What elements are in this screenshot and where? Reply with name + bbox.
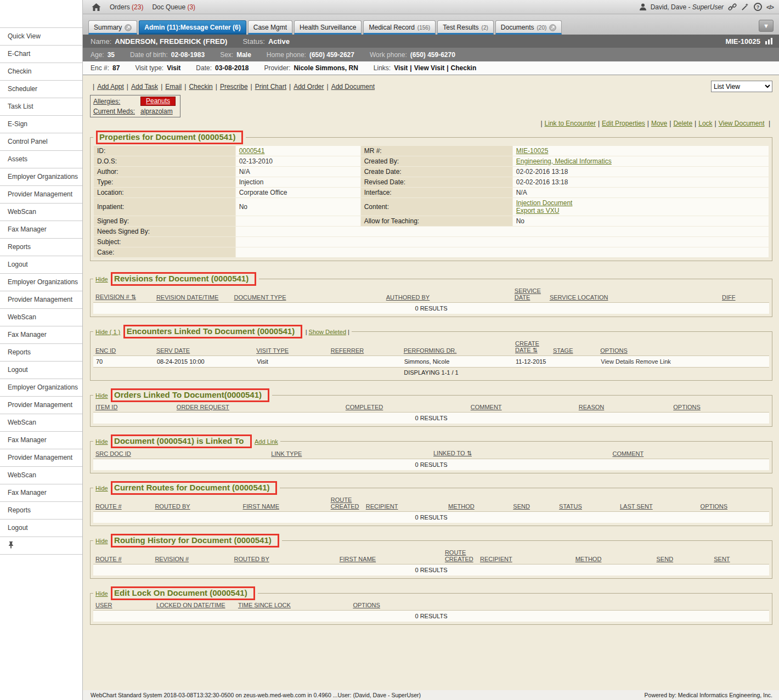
column-header[interactable]: SRC DOC ID <box>93 448 269 459</box>
column-header[interactable]: RECIPIENT <box>478 547 573 564</box>
wand-icon[interactable] <box>741 3 749 11</box>
sidebar-item[interactable]: Employer Organizations <box>0 168 82 185</box>
view-mode-select[interactable]: List View <box>711 81 772 92</box>
column-header[interactable]: ROUTE CREATED <box>443 547 478 564</box>
column-header[interactable]: SEND <box>511 495 557 512</box>
column-header[interactable]: LOCKED ON DATE/TIME <box>154 600 236 611</box>
column-header[interactable]: SENT <box>712 547 769 564</box>
med-alprazolam-link[interactable]: alprazolam <box>140 108 173 115</box>
action-link[interactable]: Prescribe <box>220 83 248 91</box>
checkin-link[interactable]: Checkin <box>451 64 477 72</box>
tab-documents[interactable]: Documents (20) <box>495 20 562 35</box>
doc-queue-link[interactable]: Doc Queue (3) <box>152 3 195 11</box>
code-icon[interactable]: </> <box>766 4 774 10</box>
column-header[interactable]: ITEM ID <box>93 402 174 413</box>
doc-action-link[interactable]: Link to Encounter <box>545 120 596 127</box>
action-link[interactable]: Add Document <box>331 83 375 91</box>
hide-orders-link[interactable]: Hide <box>95 392 108 399</box>
column-header[interactable]: REFERRER <box>329 338 402 356</box>
column-header[interactable]: LINK TYPE <box>269 448 431 459</box>
view-visit-link[interactable]: View Visit <box>414 64 445 72</box>
add-link-link[interactable]: Add Link <box>255 438 278 445</box>
sidebar-item[interactable]: WebScan <box>0 308 82 326</box>
sidebar-item[interactable]: Logout <box>0 361 82 379</box>
sidebar-item[interactable]: Logout <box>0 519 82 537</box>
doc-action-link[interactable]: Delete <box>673 120 692 127</box>
view-details-link[interactable]: View Details <box>601 358 634 365</box>
sidebar-item[interactable]: Provider Management <box>0 449 82 466</box>
column-header[interactable]: LINKED TO ⇅ <box>431 448 610 459</box>
sidebar-item[interactable]: Reports <box>0 343 82 361</box>
doc-id-link[interactable]: 0000541 <box>239 147 265 155</box>
column-header[interactable]: DOCUMENT TYPE <box>232 286 384 303</box>
export-vxu-link[interactable]: Export as VXU <box>516 207 560 214</box>
visit-link[interactable]: Visit <box>394 64 408 72</box>
sidebar-item[interactable]: WebScan <box>0 203 82 221</box>
column-header[interactable]: CREATE DATE ⇅ <box>513 338 551 356</box>
column-header[interactable]: VISIT TYPE <box>254 338 329 356</box>
column-header[interactable]: COMPLETED <box>343 402 468 413</box>
column-header[interactable]: COMMENT <box>468 402 577 413</box>
sidebar-item[interactable]: Employer Organizations <box>0 273 82 291</box>
sidebar-item[interactable]: E-Sign <box>0 115 82 133</box>
sidebar-item[interactable]: Quick View <box>0 27 82 45</box>
column-header[interactable]: TIME SINCE LOCK <box>236 600 351 611</box>
sidebar-item[interactable]: E-Chart <box>0 45 82 63</box>
column-header[interactable]: ENC ID <box>93 338 154 356</box>
tab-overflow-button[interactable]: ▼ <box>759 20 774 32</box>
created-by-link[interactable]: Engineering, Medical Informatics <box>516 157 612 165</box>
column-header[interactable]: OPTIONS <box>698 495 769 512</box>
column-header[interactable]: LAST SENT <box>618 495 698 512</box>
remove-link-link[interactable]: Remove Link <box>636 358 671 365</box>
show-deleted-link[interactable]: Show Deleted <box>309 329 347 335</box>
column-header[interactable]: REVISION # <box>153 547 232 564</box>
tab-health-surveillance[interactable]: Health Surveillance <box>294 20 362 35</box>
sidebar-item[interactable]: Fax Manager <box>0 221 82 238</box>
column-header[interactable]: ORDER REQUEST <box>174 402 343 413</box>
doc-action-link[interactable]: Lock <box>698 120 712 127</box>
column-header[interactable]: SEND <box>654 547 712 564</box>
hide-current-routes-link[interactable]: Hide <box>95 485 108 492</box>
column-header[interactable]: USER <box>93 600 154 611</box>
allergy-peanuts-badge[interactable]: Peanuts <box>140 97 176 106</box>
column-header[interactable]: FIRST NAME <box>337 547 443 564</box>
sidebar-item[interactable]: Reports <box>0 501 82 519</box>
column-header[interactable]: REVISION DATE/TIME <box>154 286 232 303</box>
sidebar-item[interactable]: Control Panel <box>0 133 82 150</box>
action-link[interactable]: Add Order <box>293 83 324 91</box>
tab-summary[interactable]: Summary <box>88 20 137 35</box>
column-header[interactable]: SERVICE LOCATION <box>547 286 720 303</box>
doc-action-link[interactable]: Edit Properties <box>602 120 645 127</box>
column-header[interactable]: ROUTE # <box>93 547 153 564</box>
sidebar-item[interactable]: Provider Management <box>0 396 82 414</box>
tab-admin-message-center[interactable]: Admin (11):Message Center (6) <box>139 20 246 35</box>
column-header[interactable]: ROUTED BY <box>153 495 240 512</box>
sidebar-item[interactable]: Provider Management <box>0 185 82 203</box>
pin-icon[interactable] <box>8 541 14 549</box>
action-link[interactable]: Email <box>165 83 182 91</box>
column-header[interactable]: OPTIONS <box>351 600 769 611</box>
sidebar-item[interactable]: WebScan <box>0 414 82 431</box>
sidebar-item[interactable]: Employer Organizations <box>0 379 82 396</box>
sidebar-item[interactable]: Provider Management <box>0 291 82 308</box>
column-header[interactable]: REVISION # ⇅ <box>93 286 154 303</box>
column-header[interactable]: PERFORMING DR. <box>402 338 513 356</box>
current-meds-label-link[interactable]: Current Meds: <box>93 108 140 115</box>
column-header[interactable]: ROUTE CREATED <box>329 495 364 512</box>
column-header[interactable]: SERVICE DATE <box>512 286 547 303</box>
column-header[interactable]: STATUS <box>557 495 618 512</box>
sidebar-item[interactable]: Task List <box>0 98 82 115</box>
sidebar-item[interactable]: Checkin <box>0 63 82 80</box>
doc-action-link[interactable]: View Document <box>719 120 765 127</box>
popout-icon[interactable] <box>125 24 132 31</box>
sidebar-item[interactable]: Scheduler <box>0 80 82 98</box>
chart-stats-icon[interactable] <box>765 38 774 44</box>
hide-edit-lock-link[interactable]: Hide <box>95 590 108 597</box>
tab-medical-record[interactable]: Medical Record (156) <box>363 20 436 35</box>
popout-icon[interactable] <box>549 24 556 31</box>
sidebar-item[interactable]: Fax Manager <box>0 484 82 501</box>
hide-routing-history-link[interactable]: Hide <box>95 538 108 544</box>
sidebar-item[interactable]: Reports <box>0 238 82 256</box>
hide-linked-to-link[interactable]: Hide <box>95 438 108 445</box>
column-header[interactable]: RECIPIENT <box>364 495 446 512</box>
